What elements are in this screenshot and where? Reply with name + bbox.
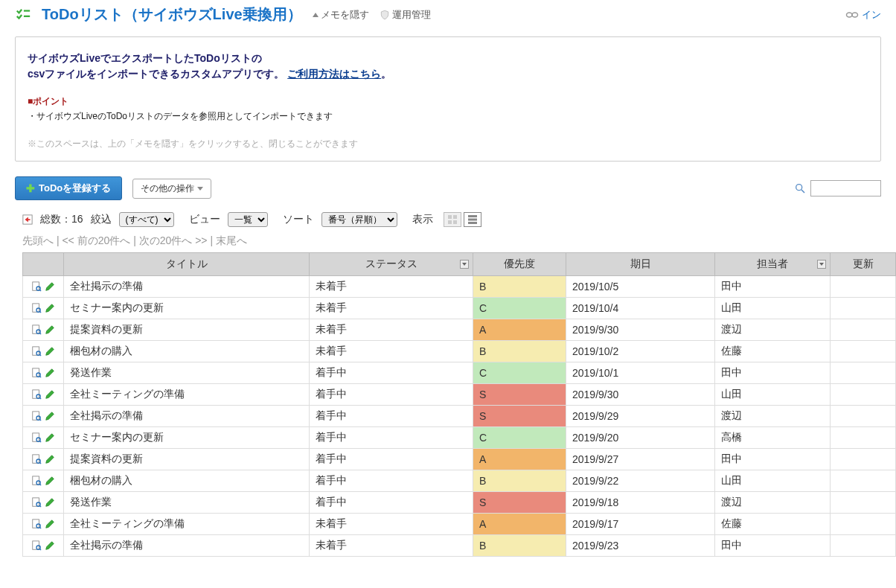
edit-icon[interactable] [45,389,55,400]
cell-title: 全社ミーティングの準備 [64,384,310,406]
edit-icon[interactable] [45,497,55,508]
edit-icon[interactable] [45,368,55,378]
cell-title: 梱包材の購入 [64,470,310,492]
cell-assignee: 田中 [715,276,831,298]
cell-priority: S [473,406,566,427]
edit-icon[interactable] [45,432,55,443]
svg-line-16 [39,290,41,291]
view-select[interactable]: 一覧 [228,212,268,227]
detail-icon[interactable] [31,476,42,486]
memo-point-item: ・サイボウズLiveのToDoリストのデータを参照用としてインポートできます [28,110,868,123]
plus-icon: ✚ [26,182,35,194]
cell-title: セミナー案内の更新 [64,298,310,319]
edit-icon[interactable] [45,540,55,551]
edit-icon[interactable] [45,411,55,421]
cell-date: 2019/9/29 [566,406,715,427]
edit-icon[interactable] [45,519,55,529]
detail-icon[interactable] [31,454,42,464]
svg-line-28 [39,376,41,377]
display-label: 表示 [412,213,433,226]
header-right: イン [845,8,881,22]
register-todo-button[interactable]: ✚ ToDoを登録する [15,176,122,200]
detail-icon[interactable] [31,432,42,443]
cell-status: 未着手 [310,298,473,319]
cell-updated [831,535,896,557]
col-status[interactable]: ステータス [310,253,473,276]
edit-icon[interactable] [45,325,55,335]
link-right-label[interactable]: イン [862,8,881,22]
table-row: 梱包材の購入未着手B2019/10/2佐藤 [23,341,896,362]
goto-icon[interactable] [22,214,33,225]
detail-icon[interactable] [31,389,42,400]
hide-memo-label: メモを隠す [321,8,369,22]
toolbar: ✚ ToDoを登録する その他の操作 [0,170,896,206]
table-row: 発送作業着手中C2019/10/1田中 [23,362,896,384]
cell-updated [831,427,896,449]
edit-icon[interactable] [45,303,55,313]
pager-prev: << 前の20件へ [62,234,130,246]
svg-line-25 [39,354,41,356]
edit-icon[interactable] [45,346,55,357]
sort-select[interactable]: 番号（昇順） [321,212,397,227]
detail-icon[interactable] [31,325,42,335]
pager-next: 次の20件へ >> [139,234,208,246]
page-title: ToDoリスト（サイボウズLive乗換用） [42,4,302,25]
search-input[interactable] [810,180,881,196]
chevron-down-icon[interactable] [460,260,469,269]
detail-icon[interactable] [31,368,42,378]
view-grid-button[interactable] [444,212,461,227]
detail-icon[interactable] [31,497,42,508]
cell-priority: A [473,319,566,341]
detail-icon[interactable] [31,540,42,551]
cell-priority: B [473,341,566,362]
view-list-button[interactable] [464,212,481,227]
other-ops-button[interactable]: その他の操作 [132,179,211,199]
memo-usage-link[interactable]: ご利用方法はこちら [287,68,381,80]
triangle-up-icon [313,13,319,17]
col-updated[interactable]: 更新 [831,253,896,276]
cell-status: 着手中 [310,492,473,514]
memo-line2: csvファイルをインポートできるカスタムアプリです。 ご利用方法はこちら。 [28,66,868,82]
col-title[interactable]: タイトル [64,253,310,276]
detail-icon[interactable] [31,346,42,357]
svg-point-2 [847,13,853,17]
edit-icon[interactable] [45,454,55,464]
cell-title: 提案資料の更新 [64,449,310,470]
edit-icon[interactable] [45,476,55,486]
cell-title: 発送作業 [64,362,310,384]
edit-icon[interactable] [45,281,55,292]
cell-updated [831,276,896,298]
cell-updated [831,492,896,514]
detail-icon[interactable] [31,519,42,529]
col-priority[interactable]: 優先度 [473,253,566,276]
cell-date: 2019/9/23 [566,535,715,557]
cell-status: 着手中 [310,362,473,384]
svg-line-37 [39,441,41,442]
cell-title: 発送作業 [64,492,310,514]
col-date[interactable]: 期日 [566,253,715,276]
detail-icon[interactable] [31,281,42,292]
cell-assignee: 佐藤 [715,341,831,362]
register-label: ToDoを登録する [39,182,111,195]
cell-assignee: 佐藤 [715,514,831,535]
svg-rect-12 [468,219,477,221]
cell-priority: C [473,427,566,449]
detail-icon[interactable] [31,411,42,421]
svg-line-5 [801,190,804,193]
chevron-down-icon[interactable] [817,260,826,269]
cell-title: 全社ミーティングの準備 [64,514,310,535]
cell-date: 2019/9/30 [566,319,715,341]
col-assignee[interactable]: 担当者 [715,253,831,276]
search-icon[interactable] [794,182,806,194]
cell-status: 未着手 [310,341,473,362]
admin-link[interactable]: 運用管理 [380,8,431,22]
cell-title: 梱包材の購入 [64,341,310,362]
table-row: 全社ミーティングの準備未着手A2019/9/17佐藤 [23,514,896,535]
detail-icon[interactable] [31,303,42,313]
svg-rect-13 [468,222,477,224]
cell-status: 未着手 [310,319,473,341]
filter-select[interactable]: (すべて) [119,212,174,227]
table-row: 全社掲示の準備未着手B2019/9/23田中 [23,535,896,557]
hide-memo-link[interactable]: メモを隠す [313,8,369,22]
table-row: 全社掲示の準備着手中S2019/9/29渡辺 [23,406,896,427]
